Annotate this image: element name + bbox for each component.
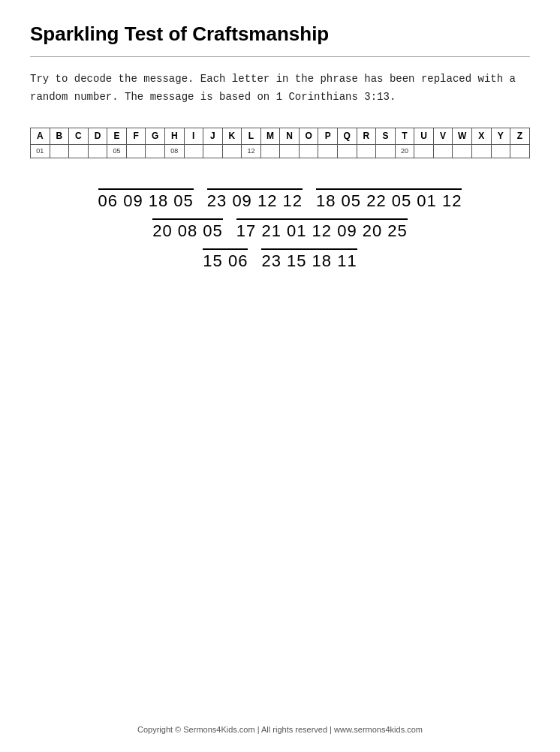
alpha-cell: M	[260, 128, 280, 144]
alpha-cell: S	[376, 128, 396, 144]
description: Try to decode the message. Each letter i…	[30, 71, 530, 107]
word-group-1-0: 20 08 05	[152, 218, 223, 241]
number-cell	[471, 144, 491, 158]
number-cell	[414, 144, 434, 158]
alpha-cell: L	[242, 128, 261, 144]
word-group-2-1: 23 15 18 11	[261, 248, 357, 271]
word-group-0-2: 18 05 22 05 01 12	[316, 188, 462, 211]
word-bar	[152, 218, 223, 220]
alpha-cell: O	[299, 128, 318, 144]
alphabet-row: ABCDEFGHIJKLMNOPQRSTUVWXYZ	[31, 128, 530, 144]
message-line-2: 15 0623 15 18 11	[203, 248, 357, 271]
number-cell	[184, 144, 203, 158]
alpha-cell: A	[31, 128, 50, 144]
alpha-cell: Z	[510, 128, 530, 144]
number-cell	[357, 144, 376, 158]
alpha-cell: T	[395, 128, 414, 144]
word-bar	[261, 248, 357, 250]
word-numbers: 06 09 18 05	[98, 191, 194, 211]
footer: Copyright © Sermons4Kids.com | All right…	[0, 725, 560, 734]
word-numbers: 18 05 22 05 01 12	[316, 191, 462, 211]
alpha-cell: H	[164, 128, 184, 144]
number-cell: 20	[395, 144, 414, 158]
alpha-cell: B	[50, 128, 69, 144]
alpha-cell: R	[357, 128, 376, 144]
number-row: 0105081220	[31, 144, 530, 158]
number-cell: 08	[164, 144, 184, 158]
message-area: 06 09 18 0523 09 12 1218 05 22 05 01 122…	[30, 188, 530, 272]
alpha-cell: P	[318, 128, 338, 144]
alpha-cell: K	[222, 128, 242, 144]
number-cell	[376, 144, 396, 158]
alphabet-table: ABCDEFGHIJKLMNOPQRSTUVWXYZ 0105081220	[30, 128, 530, 158]
number-cell	[491, 144, 510, 158]
number-cell	[146, 144, 165, 158]
alpha-cell: Y	[491, 128, 510, 144]
alpha-cell: X	[471, 128, 491, 144]
alpha-cell: I	[184, 128, 203, 144]
word-numbers: 23 09 12 12	[207, 191, 303, 211]
alpha-cell: U	[414, 128, 434, 144]
word-group-0-0: 06 09 18 05	[98, 188, 194, 211]
word-bar	[236, 218, 408, 220]
alpha-cell: C	[69, 128, 89, 144]
number-cell	[453, 144, 472, 158]
alpha-cell: Q	[338, 128, 357, 144]
word-numbers: 20 08 05	[152, 221, 223, 241]
number-cell	[126, 144, 146, 158]
number-cell: 05	[107, 144, 127, 158]
alpha-cell: N	[280, 128, 300, 144]
alpha-cell: D	[88, 128, 107, 144]
word-group-2-0: 15 06	[203, 248, 248, 271]
number-cell	[88, 144, 107, 158]
number-cell	[433, 144, 453, 158]
alpha-cell: E	[107, 128, 127, 144]
message-line-1: 20 08 0517 21 01 12 09 20 25	[152, 218, 408, 241]
alpha-cell: G	[146, 128, 165, 144]
word-numbers: 17 21 01 12 09 20 25	[236, 221, 408, 241]
number-cell	[299, 144, 318, 158]
word-bar	[316, 188, 462, 190]
word-group-0-1: 23 09 12 12	[207, 188, 303, 211]
divider	[30, 56, 530, 57]
page-title: Sparkling Test of Craftsmanship	[30, 23, 530, 46]
number-cell: 12	[242, 144, 261, 158]
message-line-0: 06 09 18 0523 09 12 1218 05 22 05 01 12	[98, 188, 462, 211]
alpha-cell: F	[126, 128, 146, 144]
number-cell	[318, 144, 338, 158]
number-cell	[280, 144, 300, 158]
alpha-cell: V	[433, 128, 453, 144]
number-cell	[222, 144, 242, 158]
word-numbers: 23 15 18 11	[261, 251, 357, 271]
word-group-1-1: 17 21 01 12 09 20 25	[236, 218, 408, 241]
alpha-cell: J	[203, 128, 223, 144]
alpha-cell: W	[453, 128, 472, 144]
number-cell	[203, 144, 223, 158]
number-cell: 01	[31, 144, 50, 158]
number-cell	[50, 144, 69, 158]
word-bar	[98, 188, 194, 190]
word-bar	[207, 188, 303, 190]
number-cell	[69, 144, 89, 158]
number-cell	[338, 144, 357, 158]
number-cell	[260, 144, 280, 158]
number-cell	[510, 144, 530, 158]
word-numbers: 15 06	[203, 251, 248, 271]
word-bar	[203, 248, 248, 250]
